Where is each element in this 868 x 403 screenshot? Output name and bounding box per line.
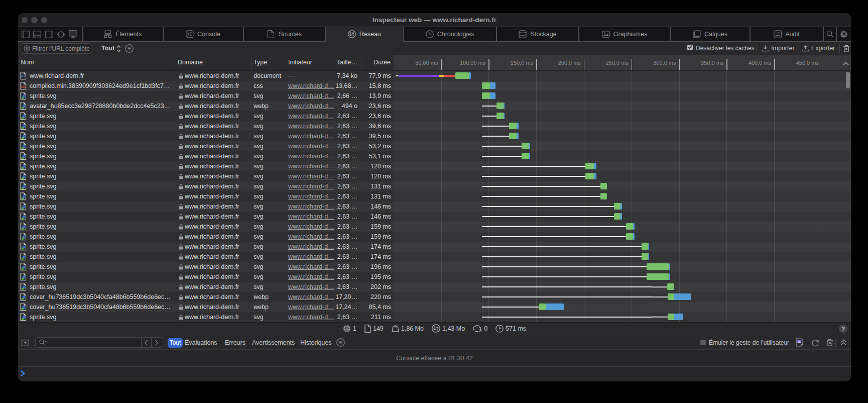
svg-text:JS: JS	[798, 340, 801, 343]
svg-text:css: css	[21, 85, 26, 88]
